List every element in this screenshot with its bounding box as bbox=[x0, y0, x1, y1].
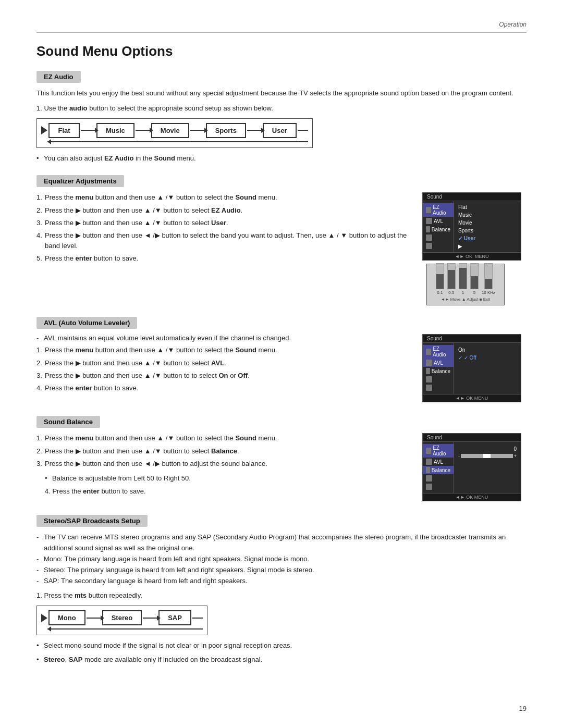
sap-return-arrow bbox=[47, 626, 51, 632]
balance-menu-5 bbox=[423, 483, 454, 491]
menu-icon-3 bbox=[426, 226, 430, 232]
balance-step-4: 4. Press the enter button to save. bbox=[45, 487, 146, 495]
menu-item-5 bbox=[423, 242, 454, 250]
balance-note: Balance is adjustable from Left 50 to Ri… bbox=[45, 473, 412, 484]
avl-text: - AVL maintains an equal volume level au… bbox=[36, 334, 412, 398]
menu-icon-4 bbox=[426, 235, 432, 241]
eq-bar-fill-1 bbox=[436, 274, 444, 289]
avl-section: AVL (Auto Volume Leveler) - AVL maintain… bbox=[36, 317, 527, 404]
balance-menu-4 bbox=[423, 474, 454, 483]
flow-start-arrow bbox=[41, 126, 47, 134]
avl-intro: - AVL maintains an equal volume level au… bbox=[36, 334, 412, 342]
menu-item-avl: AVL bbox=[423, 217, 454, 225]
eq-visual: 0.1 0.5 bbox=[426, 264, 505, 305]
sap-flow-row: Mono Stereo SAP bbox=[41, 610, 203, 625]
eq-label-1: 0.1 bbox=[437, 290, 443, 295]
flow-row: Flat Music Movie Sports User bbox=[41, 123, 308, 138]
flow-box-sap: SAP bbox=[158, 610, 191, 625]
eq-step-1: 1. Press the menu button and then use ▲ … bbox=[36, 192, 412, 203]
menu-item-4 bbox=[423, 233, 454, 242]
equalizer-menu-screenshot: Sound EZ Audio AVL Balance Flat Music bbox=[422, 192, 521, 261]
menu-right-movie: Movie bbox=[454, 219, 521, 227]
menu-title-eq: Sound bbox=[423, 193, 521, 201]
menu-left-eq: EZ Audio AVL Balance bbox=[423, 201, 454, 252]
eq-bar-fill-5 bbox=[485, 279, 492, 289]
balance-num: 0 bbox=[458, 446, 517, 452]
eq-bar-bg-5 bbox=[484, 263, 493, 289]
menu-icon-5 bbox=[426, 243, 432, 249]
flow-arrow-2 bbox=[136, 130, 150, 131]
balance-step-2: 2. Press the ▶ button and then use ▲ /▼ … bbox=[36, 446, 412, 456]
flow-box-mono: Mono bbox=[48, 610, 85, 625]
eq-label-3: 1 bbox=[462, 290, 464, 295]
sap-note-2: Stereo, SAP mode are available only if i… bbox=[36, 655, 527, 665]
avl-step-1: 1. Press the menu button and then use ▲ … bbox=[36, 345, 412, 355]
balance-menu-ezaudio: EZ Audio bbox=[423, 444, 454, 458]
sap-return bbox=[41, 625, 203, 633]
menu-right-sports: Sports bbox=[454, 227, 521, 235]
page-number: 19 bbox=[519, 705, 527, 712]
eq-label-2: 0.5 bbox=[448, 290, 454, 295]
avl-step-4: 4. Press the enter button to save. bbox=[36, 383, 412, 393]
ez-audio-section: EZ Audio This function lets you enjoy th… bbox=[36, 71, 527, 164]
flow-box-music: Music bbox=[96, 123, 134, 138]
sap-arrow-1 bbox=[87, 618, 101, 619]
top-divider bbox=[36, 32, 527, 33]
bal-icon-2 bbox=[426, 459, 432, 465]
avl-menu-item-avl: AVL bbox=[423, 359, 454, 367]
avl-menu-screenshot: Sound EZ Audio AVL Balance On bbox=[422, 334, 521, 402]
sap-bullet-2: Mono: The primary language is heard from… bbox=[36, 554, 527, 565]
sap-bullet-1: The TV can receive MTS stereo programs a… bbox=[36, 532, 527, 554]
sound-balance-content-row: 1. Press the menu button and then use ▲ … bbox=[36, 433, 527, 503]
avl-icon-2 bbox=[426, 360, 432, 366]
avl-icon-5 bbox=[426, 385, 432, 391]
avl-steps: 1. Press the menu button and then use ▲ … bbox=[36, 345, 412, 393]
page: Operation Sound Menu Options EZ Audio Th… bbox=[0, 0, 563, 728]
balance-menu-title: Sound bbox=[423, 434, 521, 442]
balance-plus: + bbox=[514, 453, 517, 459]
balance-screenshot: Sound EZ Audio AVL Balance 0 bbox=[422, 433, 527, 503]
balance-bar-row: - + bbox=[458, 453, 517, 459]
avl-menu-right: On ✓ Off bbox=[454, 343, 521, 394]
sound-balance-text: 1. Press the menu button and then use ▲ … bbox=[36, 433, 412, 499]
eq-bar-fill-4 bbox=[471, 276, 478, 289]
sap-bullet-3: Stereo: The primary language is heard fr… bbox=[36, 565, 527, 576]
flow-arrow-1 bbox=[81, 130, 95, 131]
eq-bar-fill-2 bbox=[448, 270, 455, 289]
eq-bar-5: 10 KHz bbox=[482, 263, 495, 295]
sap-note-1: Select mono sound mode if the signal is … bbox=[36, 640, 527, 651]
avl-menu-item-balance: Balance bbox=[423, 367, 454, 375]
balance-bar bbox=[461, 454, 513, 458]
eq-bar-1: 0.1 bbox=[436, 263, 444, 295]
menu-right-music: Music bbox=[454, 211, 521, 219]
equalizer-section: Equalizer Adjustments 1. Press the menu … bbox=[36, 175, 527, 305]
avl-menu-item-5 bbox=[423, 384, 454, 392]
menu-right-eq: Flat Music Movie Sports User bbox=[454, 201, 521, 252]
eq-bar-4: 5 bbox=[470, 263, 479, 295]
eq-step-4: 4. Press the ▶ button and then use ◄ /▶ … bbox=[36, 230, 412, 251]
balance-menu-left: EZ Audio AVL Balance bbox=[423, 442, 454, 493]
sap-step1: 1. Press the mts button repeatedly. bbox=[36, 590, 527, 601]
sap-bullet-4: SAP: The secondary language is heard fro… bbox=[36, 576, 527, 587]
bal-icon-1 bbox=[426, 448, 431, 454]
bal-icon-4 bbox=[426, 475, 432, 482]
eq-bar-3: 1 bbox=[459, 263, 467, 295]
avl-menu-left: EZ Audio AVL Balance bbox=[423, 343, 454, 394]
eq-step-2: 2. Press the ▶ button and then use ▲ /▼ … bbox=[36, 205, 412, 216]
flow-box-stereo: Stereo bbox=[102, 610, 142, 625]
flow-arrow-4 bbox=[247, 130, 262, 131]
avl-on-option: On bbox=[458, 346, 517, 354]
avl-screenshot: Sound EZ Audio AVL Balance On bbox=[422, 334, 527, 404]
avl-intro-para: - AVL maintains an equal volume level au… bbox=[36, 334, 412, 342]
sap-arrow-2 bbox=[143, 618, 157, 619]
eq-bars: 0.1 0.5 bbox=[430, 269, 501, 295]
equalizer-steps: 1. Press the menu button and then use ▲ … bbox=[36, 192, 412, 264]
eq-bar-bg-1 bbox=[436, 263, 444, 289]
eq-bar-bg-3 bbox=[459, 263, 467, 289]
balance-steps: 1. Press the menu button and then use ▲ … bbox=[36, 433, 412, 468]
eq-label-4: 5 bbox=[473, 290, 475, 295]
avl-menu-item-4 bbox=[423, 375, 454, 384]
avl-menu-body: EZ Audio AVL Balance On ✓ Off bbox=[423, 343, 521, 394]
flow-arrow-3 bbox=[190, 130, 205, 131]
flow-return-arrowhead bbox=[47, 139, 51, 144]
